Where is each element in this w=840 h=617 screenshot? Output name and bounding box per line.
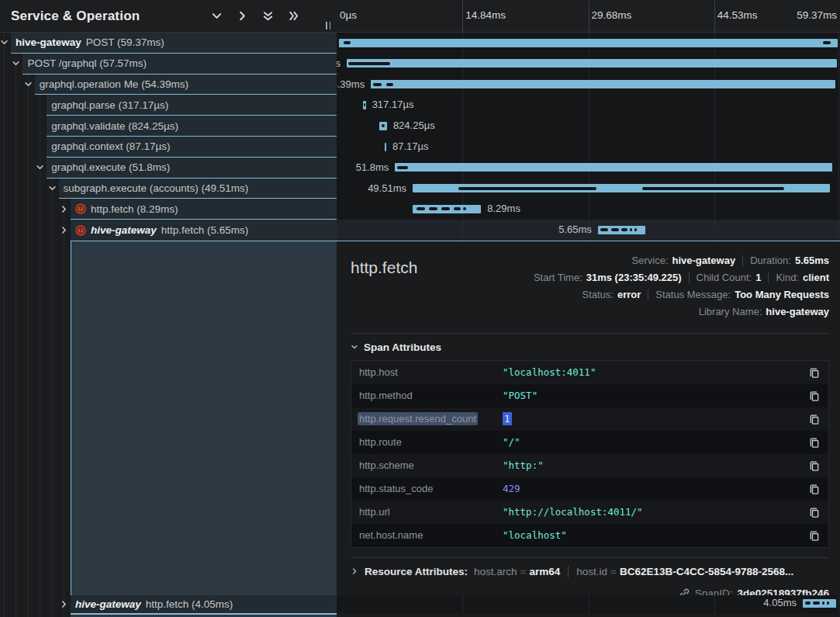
span-row[interactable]: graphql.parse (317.17µs) xyxy=(47,95,337,116)
divider xyxy=(351,557,829,558)
span-row[interactable]: graphql.execute (51.8ms) xyxy=(47,158,337,179)
bar-duration-label: 4.05ms xyxy=(763,597,797,608)
span-duration-bar[interactable] xyxy=(395,163,832,172)
span-operation-label: subgraph.execute (accounts) (49.51ms) xyxy=(64,182,249,194)
span-duration-bar[interactable] xyxy=(385,143,386,151)
span-duration-bar[interactable] xyxy=(371,80,835,88)
span-operation-label: http.fetch (8.29ms) xyxy=(91,203,178,215)
chevron-down-icon[interactable] xyxy=(0,38,9,47)
meta-value: error xyxy=(617,289,641,300)
span-row[interactable]: http.fetch (8.29ms) xyxy=(71,199,337,220)
chevron-right-icon[interactable] xyxy=(60,226,68,234)
pane-resizer-handle[interactable] xyxy=(326,22,330,29)
chevron-down-icon[interactable] xyxy=(48,184,57,192)
meta-value: 5.65ms xyxy=(795,255,829,266)
attribute-value: "localhost" xyxy=(503,529,808,541)
attribute-row: http.method"POST" xyxy=(351,384,828,407)
chevron-right-icon[interactable] xyxy=(60,600,68,608)
span-duration-bar[interactable] xyxy=(339,39,838,47)
span-duration-bar[interactable] xyxy=(413,205,481,213)
copy-icon[interactable] xyxy=(808,413,821,425)
attribute-key: http.method xyxy=(359,390,503,401)
bar-dash-segment xyxy=(822,601,824,605)
span-row[interactable]: graphql.context (87.17µs) xyxy=(47,137,337,158)
span-operation-label: graphql.validate (824.25µs) xyxy=(51,120,178,132)
span-operation-label: graphql.parse (317.17µs) xyxy=(51,99,168,111)
attribute-key: http.request.resend_count xyxy=(359,413,503,425)
meta-key: Status Message: xyxy=(655,289,731,300)
span-attributes-header[interactable]: Span Attributes xyxy=(351,341,829,353)
expanded-span-region xyxy=(71,241,337,595)
bar-duration-label: 87.17µs xyxy=(392,140,429,152)
bar-dash-segment xyxy=(382,124,385,127)
time-tick-label: 29.68ms xyxy=(592,9,632,21)
timeline-body: 57.57ms54.39ms317.17µs824.25µs87.17µs51.… xyxy=(337,33,840,617)
attribute-key: http.url xyxy=(359,506,503,518)
span-row[interactable]: subgraph.execute (accounts) (49.51ms) xyxy=(59,179,337,199)
span-service-name: hive-gateway xyxy=(16,36,81,48)
bar-dash-segment xyxy=(630,228,632,231)
chevron-right-icon[interactable] xyxy=(60,205,68,213)
bar-duration-label: 49.51ms xyxy=(368,182,406,194)
copy-icon[interactable] xyxy=(808,529,821,542)
attribute-value: "POST" xyxy=(503,390,808,401)
attribute-row: http.status_code429 xyxy=(351,477,828,501)
double-chevron-right-icon[interactable] xyxy=(288,10,299,22)
span-row[interactable]: hive-gatewayPOST (59.37ms) xyxy=(11,33,337,54)
copy-icon[interactable] xyxy=(808,483,821,495)
span-title: http.fetch xyxy=(351,252,417,277)
attribute-value: 429 xyxy=(503,483,808,494)
bar-dash-segment xyxy=(621,228,627,231)
attribute-value: "http:" xyxy=(503,459,808,471)
bar-duration-label: 54.39ms xyxy=(337,78,365,90)
chevron-down-icon[interactable] xyxy=(12,59,20,68)
indent-guide xyxy=(4,33,5,617)
span-row[interactable]: hive-gatewayhttp.fetch (5.65ms) xyxy=(71,220,337,241)
copy-icon[interactable] xyxy=(808,436,821,449)
resource-key: host.arch xyxy=(474,566,517,577)
span-duration-bar[interactable] xyxy=(598,226,645,234)
bar-duration-label: 5.65ms xyxy=(558,224,592,235)
span-row[interactable]: POST /graphql (57.57ms) xyxy=(22,54,337,75)
span-row[interactable]: graphql.validate (824.25µs) xyxy=(47,116,337,137)
divider xyxy=(351,333,829,334)
copy-icon[interactable] xyxy=(808,506,821,518)
span-row[interactable]: hive-gatewayhttp.fetch (4.05ms) xyxy=(71,595,337,613)
resource-attributes-row[interactable]: Resource Attributes: host.arch=arm64host… xyxy=(351,566,829,578)
attribute-row: http.route"/" xyxy=(351,431,828,454)
timeline-pane: 0µs14.84ms29.68ms44.53ms59.37ms 57.57ms5… xyxy=(337,0,840,617)
bar-dash-segment xyxy=(344,41,351,44)
bar-dash-segment xyxy=(823,41,831,44)
copy-icon[interactable] xyxy=(808,366,821,379)
bar-dash-segment xyxy=(454,207,461,210)
meta-key: Library Name: xyxy=(699,306,762,317)
span-id-value: 3de02518937fb246 xyxy=(737,588,829,595)
span-duration-bar[interactable] xyxy=(803,599,836,608)
timeline-ruler: 0µs14.84ms29.68ms44.53ms59.37ms xyxy=(337,0,840,33)
bar-duration-label: 8.29ms xyxy=(487,203,520,214)
bar-dash-segment xyxy=(600,228,608,231)
span-duration-bar[interactable] xyxy=(347,59,837,68)
chevron-down-icon[interactable] xyxy=(24,80,33,88)
bar-duration-label: 317.17µs xyxy=(372,99,414,110)
double-chevron-down-icon[interactable] xyxy=(262,10,274,22)
meta-value: hive-gateway xyxy=(766,306,829,317)
span-row[interactable]: graphql.operation Me (54.39ms) xyxy=(35,75,337,95)
chevron-down-icon[interactable] xyxy=(211,10,223,22)
bar-dash-segment xyxy=(429,207,437,210)
trace-viewer: Service & Operation hive-gatewayPOST (59… xyxy=(0,0,840,617)
copy-icon[interactable] xyxy=(808,459,821,472)
time-tick-label: 14.84ms xyxy=(465,9,506,21)
bottom-row-divider xyxy=(71,613,337,615)
meta-value: client xyxy=(803,272,829,283)
chevron-down-icon[interactable] xyxy=(36,163,44,172)
span-duration-bar[interactable] xyxy=(363,101,366,109)
bar-dash-segment xyxy=(805,601,811,605)
span-duration-bar[interactable] xyxy=(379,122,387,130)
span-service-name: hive-gateway xyxy=(75,598,141,610)
chevron-right-icon[interactable] xyxy=(237,10,248,22)
copy-icon[interactable] xyxy=(808,390,821,402)
selected-row-divider xyxy=(71,241,337,242)
link-icon[interactable] xyxy=(679,588,690,595)
span-duration-bar[interactable] xyxy=(413,184,830,192)
